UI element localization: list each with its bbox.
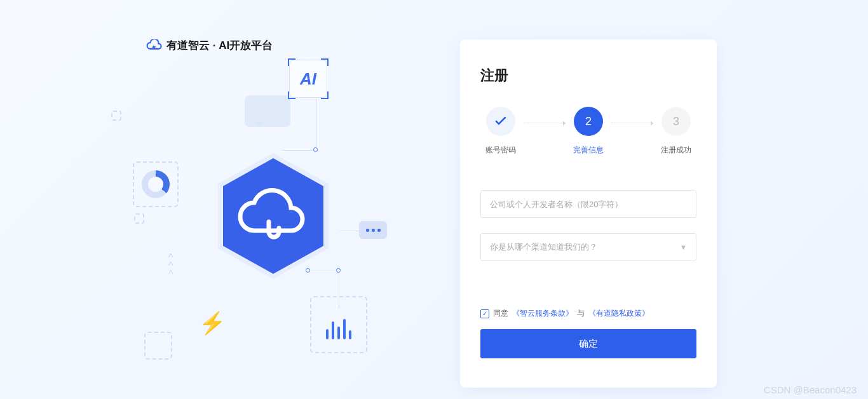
brand-name: 有道智云 · AI开放平台	[166, 38, 273, 53]
step-2: 2 完善信息	[569, 107, 607, 156]
watermark-text: CSDN @Beacon0423	[764, 384, 857, 395]
check-icon	[486, 107, 515, 136]
bar-chart-icon	[322, 309, 355, 339]
dots-icon	[359, 221, 387, 239]
select-placeholder: 你是从哪个渠道知道我们的？	[490, 241, 597, 253]
chevron-down-icon: ▼	[680, 243, 687, 251]
ai-chip-icon: AI	[289, 60, 327, 98]
step-indicator: 账号密码 2 完善信息 3 注册成功	[480, 107, 696, 156]
cloud-logo-icon	[146, 39, 163, 52]
card-title: 注册	[480, 66, 696, 85]
agree-checkbox[interactable]: ✓	[480, 309, 489, 318]
hero-illustration: AI ^^^ ⚡	[118, 64, 423, 369]
step-1: 账号密码	[482, 107, 520, 156]
hexagon-cloud-icon	[213, 149, 334, 283]
speech-bubble-icon	[245, 95, 290, 127]
lightning-icon: ⚡	[199, 310, 226, 335]
developer-name-input[interactable]	[480, 190, 696, 218]
step-3: 3 注册成功	[657, 107, 695, 156]
registration-card: 注册 账号密码 2 完善信息 3 注册成功 你是从哪个渠道知道我们的？ ▼	[460, 39, 717, 388]
up-arrows-icon: ^^^	[168, 254, 173, 278]
privacy-link[interactable]: 《有道隐私政策》	[588, 308, 649, 319]
channel-select[interactable]: 你是从哪个渠道知道我们的？ ▼	[480, 233, 696, 261]
agreement-row: ✓ 同意 《智云服务条款》 与 《有道隐私政策》	[480, 308, 696, 319]
tos-link[interactable]: 《智云服务条款》	[512, 308, 573, 319]
pie-chart-icon	[142, 170, 170, 198]
left-decorative-panel: 有道智云 · AI开放平台 AI ^^^	[0, 0, 868, 399]
confirm-button[interactable]: 确定	[480, 329, 696, 358]
